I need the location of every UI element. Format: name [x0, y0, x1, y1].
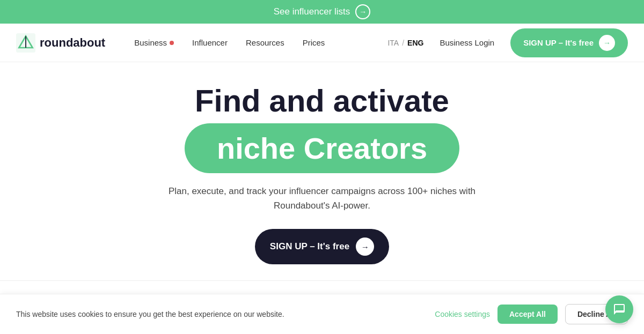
- nav-right: ITA / ENG Business Login SIGN UP – It's …: [387, 28, 628, 57]
- nav-item-influencer[interactable]: Influencer: [185, 34, 235, 51]
- hero-section: Find and activate niche Creators Plan, e…: [0, 62, 644, 275]
- nav-influencer-label: Influencer: [192, 38, 228, 47]
- accept-all-button[interactable]: Accept All: [497, 305, 558, 324]
- hero-pill-text: niche Creators: [217, 131, 427, 165]
- signup-nav-arrow-icon: →: [599, 35, 615, 51]
- banner-arrow-icon: →: [355, 4, 370, 19]
- lang-eng[interactable]: ENG: [407, 39, 423, 47]
- logo-link[interactable]: roundabout: [16, 33, 105, 53]
- signup-button-hero[interactable]: SIGN UP – It's free →: [255, 229, 389, 264]
- lang-ita[interactable]: ITA: [387, 39, 399, 47]
- hero-title: Find and activate: [195, 84, 449, 118]
- cookie-text: This website uses cookies to ensure you …: [16, 310, 284, 318]
- signup-hero-arrow-icon: →: [356, 237, 374, 256]
- navbar: roundabout Business Influencer Resources…: [0, 24, 644, 62]
- lang-separator: /: [402, 39, 404, 47]
- top-banner[interactable]: See influencer lists →: [0, 0, 644, 24]
- hero-pill: niche Creators: [185, 123, 459, 173]
- signup-button-nav[interactable]: SIGN UP – It's free →: [510, 28, 628, 57]
- nav-prices-label: Prices: [303, 38, 325, 47]
- nav-business-label: Business: [134, 38, 167, 47]
- cookie-settings-button[interactable]: Cookies settings: [435, 310, 490, 318]
- chat-button[interactable]: [605, 295, 633, 323]
- cookie-actions: Cookies settings Accept All Decline All: [435, 304, 628, 324]
- nav-resources-label: Resources: [246, 38, 284, 47]
- signup-hero-label: SIGN UP – It's free: [270, 241, 349, 252]
- signup-nav-label: SIGN UP – It's free: [523, 38, 594, 47]
- nav-links: Business Influencer Resources Prices: [127, 34, 387, 51]
- nav-item-resources[interactable]: Resources: [238, 34, 292, 51]
- nav-item-prices[interactable]: Prices: [295, 34, 333, 51]
- chat-icon: [613, 303, 626, 316]
- nav-business-dot: [170, 41, 174, 45]
- lang-switcher: ITA / ENG: [387, 39, 423, 47]
- banner-text: See influencer lists: [274, 6, 350, 17]
- nav-item-business[interactable]: Business: [127, 34, 181, 51]
- logo-icon: [16, 33, 35, 53]
- business-login-link[interactable]: Business Login: [432, 34, 502, 51]
- cookie-banner: This website uses cookies to ensure you …: [0, 294, 644, 334]
- logo-text: roundabout: [40, 36, 105, 50]
- section-divider: [0, 280, 644, 281]
- hero-subtitle: Plan, execute, and track your influencer…: [166, 184, 478, 213]
